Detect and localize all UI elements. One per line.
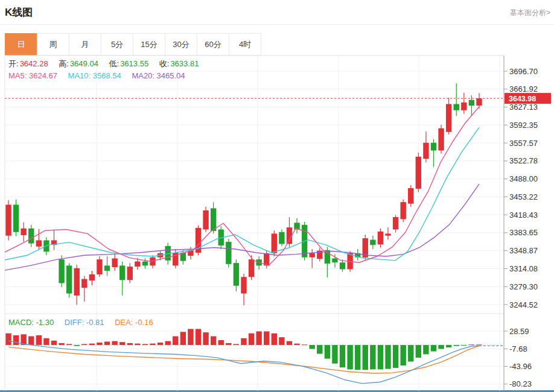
low-value: 3613.55 (120, 59, 148, 68)
diff-value: DIFF: -0.81 (65, 318, 104, 327)
svg-text:3592.35: 3592.35 (509, 121, 538, 130)
svg-text:3627.13: 3627.13 (509, 103, 538, 112)
svg-text:-80.23: -80.23 (509, 379, 532, 388)
svg-text:3696.70: 3696.70 (509, 67, 538, 76)
ma5-value: MA5: 3624.67 (8, 71, 57, 80)
open-value: 3642.28 (20, 59, 48, 68)
ma20-value: MA20: 3465.04 (132, 71, 185, 80)
svg-text:3383.65: 3383.65 (509, 228, 538, 237)
ma10-value: MA10: 3568.54 (68, 71, 121, 80)
svg-text:3453.22: 3453.22 (509, 192, 538, 201)
svg-text:28.59: 28.59 (509, 327, 529, 336)
dea-value: DEA: -0.16 (115, 318, 153, 327)
svg-text:-7.68: -7.68 (509, 344, 527, 353)
ohlc-info: 开:3642.28 高:3649.04 低:3613.55 收:3633.81 (8, 58, 207, 69)
svg-text:3643.98: 3643.98 (509, 95, 536, 103)
svg-text:3348.87: 3348.87 (509, 246, 538, 255)
svg-text:-43.96: -43.96 (509, 362, 532, 371)
svg-text:3314.08: 3314.08 (509, 264, 538, 273)
svg-text:3244.52: 3244.52 (509, 300, 538, 309)
macd-value: MACD: -1.30 (8, 318, 54, 327)
svg-text:3418.43: 3418.43 (509, 210, 538, 220)
high-label: 高: (59, 59, 69, 68)
ma-info: MA5: 3624.67 MA10: 3568.54 MA20: 3465.04 (8, 71, 194, 80)
high-value: 3649.04 (70, 59, 98, 68)
close-value: 3633.81 (170, 59, 199, 68)
open-label: 开: (8, 59, 19, 68)
kline-page: K线图 基本面分析> 日周月5分15分30分60分4时 3643.983696.… (0, 0, 554, 392)
svg-text:3557.57: 3557.57 (509, 139, 538, 148)
svg-text:3522.78: 3522.78 (509, 156, 538, 165)
close-label: 收: (159, 59, 170, 68)
macd-info: MACD: -1.30 DIFF: -0.81 DEA: -0.16 (8, 318, 162, 327)
svg-text:3661.92: 3661.92 (509, 84, 538, 93)
low-label: 低: (109, 59, 119, 68)
svg-text:3488.00: 3488.00 (509, 174, 538, 183)
svg-text:3279.30: 3279.30 (509, 282, 538, 291)
